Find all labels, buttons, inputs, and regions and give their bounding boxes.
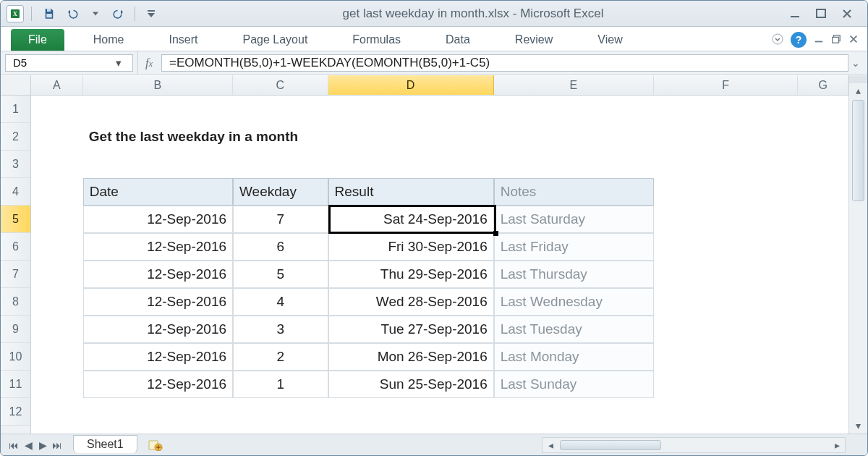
minimize-button[interactable] bbox=[785, 7, 805, 21]
col-header-D[interactable]: D bbox=[328, 75, 494, 95]
cell-C9[interactable]: 3 bbox=[233, 316, 328, 343]
fx-icon[interactable]: fx bbox=[145, 56, 153, 70]
cell-C6[interactable]: 6 bbox=[233, 233, 328, 261]
scroll-down-button[interactable]: ▾ bbox=[849, 418, 867, 434]
doc-restore-button[interactable] bbox=[831, 34, 841, 46]
undo-dropdown[interactable] bbox=[85, 5, 106, 22]
cell-D6[interactable]: Fri 30-Sep-2016 bbox=[328, 233, 494, 261]
cell-C11[interactable]: 1 bbox=[233, 371, 328, 398]
header-weekday[interactable]: Weekday bbox=[233, 178, 328, 206]
cell-C10[interactable]: 2 bbox=[233, 343, 328, 371]
vscroll-thumb[interactable] bbox=[852, 100, 864, 201]
sheet-nav-next[interactable]: ▶ bbox=[35, 438, 50, 452]
cell-B10[interactable]: 12-Sep-2016 bbox=[83, 343, 233, 371]
cell-B7[interactable]: 12-Sep-2016 bbox=[83, 261, 233, 288]
ribbon-minimize-chevron-icon[interactable] bbox=[772, 33, 783, 47]
sheet-nav-prev[interactable]: ◀ bbox=[21, 438, 35, 452]
cell-C8[interactable]: 4 bbox=[233, 288, 328, 316]
hscroll-track[interactable] bbox=[558, 438, 829, 452]
select-all-corner[interactable] bbox=[1, 75, 31, 96]
cell-B6[interactable]: 12-Sep-2016 bbox=[83, 233, 233, 261]
title-cell[interactable]: Get the last weekday in a month bbox=[83, 123, 654, 151]
header-date[interactable]: Date bbox=[83, 178, 233, 206]
horizontal-scrollbar[interactable]: ◂ ▸ bbox=[542, 437, 846, 453]
ribbon-tab-formulas[interactable]: Formulas bbox=[345, 29, 408, 51]
sheet-tab-sheet1[interactable]: Sheet1 bbox=[73, 435, 137, 453]
cell-E6[interactable]: Last Friday bbox=[494, 233, 654, 261]
hscroll-thumb[interactable] bbox=[560, 440, 661, 450]
cell-E7[interactable]: Last Thursday bbox=[494, 261, 654, 288]
cell-D11[interactable]: Sun 25-Sep-2016 bbox=[328, 371, 494, 398]
cell-B9[interactable]: 12-Sep-2016 bbox=[83, 316, 233, 343]
save-button[interactable] bbox=[39, 5, 59, 22]
name-box[interactable]: D5 ▾ bbox=[5, 54, 133, 72]
maximize-button[interactable] bbox=[811, 7, 831, 21]
cell-E10[interactable]: Last Monday bbox=[494, 343, 654, 371]
row-header-4[interactable]: 4 bbox=[1, 178, 30, 206]
cell-E8[interactable]: Last Wednesday bbox=[494, 288, 654, 316]
cell-E9[interactable]: Last Tuesday bbox=[494, 316, 654, 343]
cell-B5[interactable]: 12-Sep-2016 bbox=[83, 206, 233, 233]
row-header-6[interactable]: 6 bbox=[1, 233, 30, 261]
col-header-G[interactable]: G bbox=[798, 75, 848, 95]
ribbon-tab-home[interactable]: Home bbox=[86, 29, 132, 51]
svg-text:X: X bbox=[13, 11, 17, 17]
col-header-F[interactable]: F bbox=[654, 75, 798, 95]
row-header-12[interactable]: 12 bbox=[1, 398, 30, 426]
row-header-7[interactable]: 7 bbox=[1, 261, 30, 288]
row-header-3[interactable]: 3 bbox=[1, 151, 30, 178]
qat-customize-dropdown[interactable] bbox=[141, 5, 161, 22]
file-tab[interactable]: File bbox=[11, 29, 64, 51]
fill-handle[interactable] bbox=[493, 231, 498, 236]
row-header-11[interactable]: 11 bbox=[1, 371, 30, 398]
sheet-nav-last[interactable]: ⏭ bbox=[50, 438, 64, 452]
cell-D8[interactable]: Wed 28-Sep-2016 bbox=[328, 288, 494, 316]
cell-E5[interactable]: Last Saturday bbox=[494, 206, 654, 233]
row-header-9[interactable]: 9 bbox=[1, 316, 30, 343]
formula-expand-button[interactable]: ⌄ bbox=[848, 57, 863, 69]
row-header-8[interactable]: 8 bbox=[1, 288, 30, 316]
vertical-scrollbar[interactable]: ▴ ▾ bbox=[848, 75, 867, 434]
doc-close-button[interactable] bbox=[848, 34, 859, 46]
cell-C5[interactable]: 7 bbox=[233, 206, 328, 233]
undo-button[interactable] bbox=[62, 5, 82, 22]
close-button[interactable] bbox=[837, 7, 857, 21]
ribbon-tab-insert[interactable]: Insert bbox=[161, 29, 205, 51]
ribbon-tab-review[interactable]: Review bbox=[508, 29, 560, 51]
header-result[interactable]: Result bbox=[328, 178, 494, 206]
row-header-1[interactable]: 1 bbox=[1, 96, 30, 123]
cell-E11[interactable]: Last Sunday bbox=[494, 371, 654, 398]
vscroll-track[interactable] bbox=[849, 98, 867, 418]
cells-area[interactable]: Get the last weekday in a month Date Wee… bbox=[31, 96, 848, 434]
cell-B8[interactable]: 12-Sep-2016 bbox=[83, 288, 233, 316]
scroll-left-button[interactable]: ◂ bbox=[542, 438, 558, 452]
row-header-2[interactable]: 2 bbox=[1, 123, 30, 151]
col-header-A[interactable]: A bbox=[31, 75, 83, 95]
cell-D10[interactable]: Mon 26-Sep-2016 bbox=[328, 343, 494, 371]
redo-button[interactable] bbox=[109, 5, 129, 22]
row-header-10[interactable]: 10 bbox=[1, 343, 30, 371]
name-box-dropdown-icon[interactable]: ▾ bbox=[112, 55, 125, 71]
header-notes[interactable]: Notes bbox=[494, 178, 654, 206]
scroll-right-button[interactable]: ▸ bbox=[829, 438, 845, 452]
cell-D9[interactable]: Tue 27-Sep-2016 bbox=[328, 316, 494, 343]
sheet-nav-first[interactable]: ⏮ bbox=[7, 438, 21, 452]
new-sheet-button[interactable] bbox=[146, 438, 165, 452]
cell-D7[interactable]: Thu 29-Sep-2016 bbox=[328, 261, 494, 288]
split-handle[interactable] bbox=[849, 75, 867, 83]
quick-access-toolbar bbox=[39, 5, 161, 22]
ribbon-tab-data[interactable]: Data bbox=[438, 29, 477, 51]
help-button[interactable]: ? bbox=[791, 32, 807, 48]
doc-minimize-button[interactable] bbox=[814, 34, 824, 46]
row-header-5[interactable]: 5 bbox=[1, 206, 30, 233]
cell-C7[interactable]: 5 bbox=[233, 261, 328, 288]
ribbon-tab-page-layout[interactable]: Page Layout bbox=[235, 29, 315, 51]
cell-D5[interactable]: Sat 24-Sep-2016 bbox=[328, 206, 494, 233]
col-header-E[interactable]: E bbox=[494, 75, 654, 95]
scroll-up-button[interactable]: ▴ bbox=[849, 83, 867, 98]
col-header-C[interactable]: C bbox=[233, 75, 328, 95]
ribbon-tab-view[interactable]: View bbox=[590, 29, 629, 51]
col-header-B[interactable]: B bbox=[83, 75, 233, 95]
cell-B11[interactable]: 12-Sep-2016 bbox=[83, 371, 233, 398]
formula-input[interactable]: =EOMONTH(B5,0)+1-WEEKDAY(EOMONTH(B5,0)+1… bbox=[161, 54, 848, 72]
